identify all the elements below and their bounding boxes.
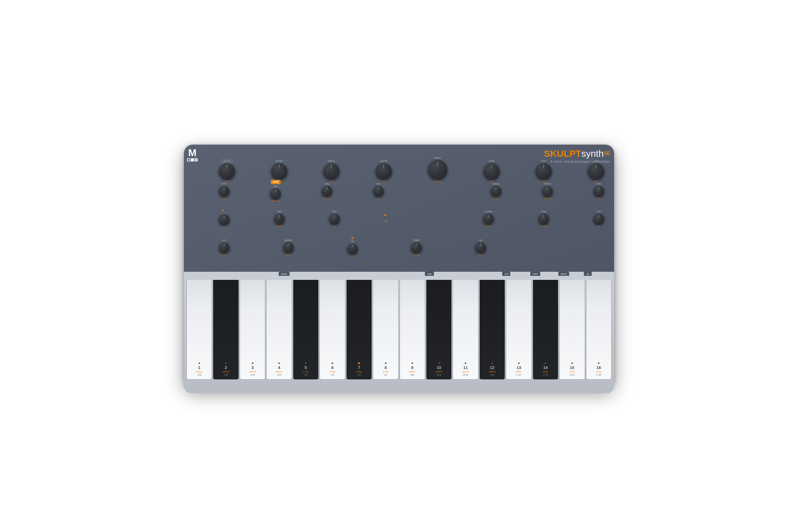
play-bot-label: record: [324, 197, 331, 200]
rate-bot-label: shape: [276, 225, 283, 228]
knob-play-circle[interactable]: [322, 186, 332, 196]
key-13-led: [518, 362, 520, 364]
knob-rate-circle[interactable]: [274, 213, 285, 224]
knob-mix-circle[interactable]: [373, 186, 384, 196]
knob-oct-plus-circle[interactable]: [219, 186, 229, 196]
knob-velo[interactable]: velo ext: [593, 210, 604, 228]
knob-lfo2-circle[interactable]: [329, 213, 340, 224]
knob-release[interactable]: release feedb: [542, 182, 553, 200]
key-8[interactable]: 8 8 bar 1/2: [373, 280, 398, 380]
knob-sustain-circle[interactable]: [483, 213, 494, 224]
knob-eg-circle[interactable]: [475, 242, 486, 253]
voice-bot-label: seq: [222, 225, 226, 228]
knob-eg[interactable]: eg sync: [475, 239, 486, 256]
knob-spread[interactable]: spread glide: [283, 239, 293, 256]
key-2[interactable]: 2 anim2 1/24: [213, 280, 239, 380]
key-6[interactable]: 6 2 bar 1/6: [320, 280, 345, 380]
key-9-sub2: fwd: [411, 373, 414, 376]
knob-arp[interactable]: [270, 188, 281, 199]
knob-reso[interactable]: reso morph: [535, 159, 552, 183]
knob-preset-bank[interactable]: preset bank: [219, 159, 235, 183]
knob-decay[interactable]: decay delay: [491, 182, 501, 200]
key-5[interactable]: 5 1 bar 1/8: [293, 280, 319, 380]
knob-oct-plus[interactable]: oct+ chord: [219, 182, 229, 200]
knob-wave2-circle[interactable]: [376, 163, 392, 179]
keys-area: 1 anim1 1/32 2 anim2 1/24 3 anim3 1/16: [186, 280, 612, 391]
key-13[interactable]: 13 clear- 1 oct: [506, 280, 531, 380]
knob-vol[interactable]: vol aeg: [588, 159, 604, 183]
sustain-top-label: sustain: [485, 210, 493, 213]
key-3-sub1: anim3: [249, 370, 256, 373]
knob-note[interactable]: note aftt: [593, 182, 604, 200]
knob-wave2[interactable]: wave2 tune: [376, 159, 392, 183]
knob-oct-minus[interactable]: oct- trnsp: [219, 239, 229, 256]
key-8-sub1: 8 bar: [383, 370, 388, 373]
lfo2-bot-label: rm: [333, 225, 336, 228]
key-11[interactable]: 11 clear3 pend: [453, 280, 478, 380]
cutoff-top-label: cutoff: [489, 159, 494, 163]
depth-bot-label: mode: [413, 253, 420, 256]
key-16-sub1: loop: [596, 370, 601, 373]
wave2-top-label: wave2: [380, 159, 387, 163]
knob-play[interactable]: play record: [322, 182, 332, 200]
knob-attack-large[interactable]: attack distort: [428, 156, 447, 183]
key-3[interactable]: 3 anim3 1/16: [240, 280, 265, 380]
rand-label: rand: [530, 272, 540, 276]
key-16-number: 16: [596, 365, 601, 370]
knob-vol-circle[interactable]: [588, 163, 604, 179]
lfo-top-label: lfo: [351, 240, 354, 243]
knob-cutoff[interactable]: cutoff feg: [483, 159, 500, 183]
knob-release-circle[interactable]: [542, 186, 553, 196]
knob-oct-minus-circle[interactable]: [219, 242, 229, 253]
lfo-led-sq: [384, 216, 386, 218]
knob-meg-circle[interactable]: [538, 213, 549, 224]
lfo-mod-group[interactable]: lfo mod: [347, 238, 358, 258]
knob-sustain[interactable]: sustain time: [483, 210, 494, 228]
knob-cutoff-circle[interactable]: [483, 163, 500, 179]
key-4[interactable]: 4 anim4 1/12: [266, 280, 292, 380]
knob-mix[interactable]: mix fm: [373, 182, 384, 200]
key-15-number: 15: [570, 365, 574, 370]
knob-meg[interactable]: meg modw: [538, 210, 549, 228]
knob-attack-large-circle[interactable]: [428, 160, 447, 179]
knob-note-circle[interactable]: [593, 186, 604, 196]
key-4-sub1: anim4: [276, 370, 283, 373]
meg-top-label: meg: [541, 210, 546, 213]
key-14[interactable]: 14 mute 2 oct: [533, 280, 558, 380]
lfo-active-led: [352, 238, 353, 239]
key-1[interactable]: 1 anim1 1/32: [186, 280, 212, 380]
knob-depth[interactable]: depth mode: [411, 239, 422, 256]
oct-minus-top-label: oct-: [222, 239, 226, 242]
down-label: down: [558, 272, 569, 276]
knob-velo-circle[interactable]: [593, 213, 604, 224]
key-15[interactable]: 15 hold 3 oct: [559, 280, 585, 380]
knob-lfo2[interactable]: lfo2 rm: [329, 210, 340, 228]
knob-tempo[interactable]: tempo swing: [271, 159, 287, 183]
key-9[interactable]: 9 clear1 fwd: [400, 280, 425, 380]
patch-label: patch: [279, 272, 290, 276]
knob-depth-circle[interactable]: [411, 242, 422, 253]
key-12[interactable]: 12 clear4 note: [479, 280, 505, 380]
knob-decay-circle[interactable]: [491, 186, 501, 196]
knob-voice-circle[interactable]: [219, 214, 229, 225]
eg-top-label: eg: [479, 239, 482, 242]
key-2-led: [225, 362, 227, 364]
key-16[interactable]: 16 loop 4 oct: [586, 280, 612, 380]
knob-tempo-circle[interactable]: [271, 163, 287, 179]
decay-top-label: decay: [493, 182, 499, 185]
synth-body: M SKULPTsynthSE 4 voice virtual-analogue…: [184, 145, 614, 388]
knob-voice[interactable]: 124 seq: [219, 209, 229, 228]
shift-button[interactable]: shift: [271, 180, 281, 184]
knob-reso-circle[interactable]: [535, 163, 552, 179]
key-10[interactable]: 10 clear2 back: [426, 280, 452, 380]
knob-preset[interactable]: [219, 163, 235, 179]
knob-rate[interactable]: rate shape: [274, 210, 285, 228]
note-bot-label: aftt: [597, 197, 601, 200]
key-2-sub1: anim2: [223, 370, 229, 373]
knob-spread-circle[interactable]: [283, 242, 293, 253]
knob-wave1-circle[interactable]: [323, 163, 340, 179]
knob-wave1[interactable]: wave1 fine: [323, 159, 340, 183]
key-11-sub2: pend: [463, 373, 468, 376]
key-7[interactable]: 7 4 bar 1/4: [346, 280, 372, 380]
knob-lfo-circle[interactable]: [347, 243, 358, 254]
